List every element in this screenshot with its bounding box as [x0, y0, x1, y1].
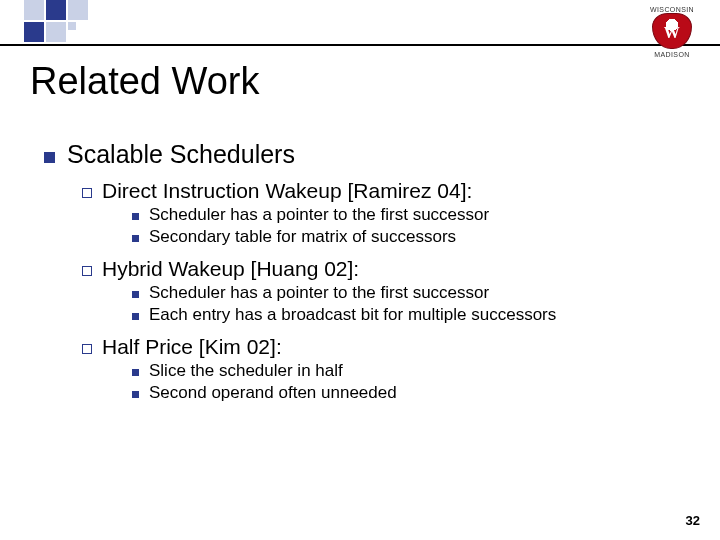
slide-title: Related Work [30, 60, 260, 103]
lvl2-text: Direct Instruction Wakeup [Ramirez 04]: [102, 179, 472, 203]
open-square-bullet-icon [82, 344, 92, 354]
lvl3-text: Secondary table for matrix of successors [149, 227, 456, 247]
lvl3-text: Second operand often unneeded [149, 383, 397, 403]
list-item: Each entry has a broadcast bit for multi… [132, 305, 690, 325]
list-item: Second operand often unneeded [132, 383, 690, 403]
list-item: Direct Instruction Wakeup [Ramirez 04]: [82, 179, 690, 203]
small-square-bullet-icon [132, 213, 139, 220]
small-square-bullet-icon [132, 313, 139, 320]
open-square-bullet-icon [82, 188, 92, 198]
list-item: Scheduler has a pointer to the first suc… [132, 205, 690, 225]
logo-top-text: WISCONSIN [638, 6, 706, 13]
open-square-bullet-icon [82, 266, 92, 276]
filled-square-bullet-icon [44, 152, 55, 163]
lvl3-text: Scheduler has a pointer to the first suc… [149, 205, 489, 225]
slide-content: Scalable Schedulers Direct Instruction W… [44, 140, 690, 413]
lvl3-text: Each entry has a broadcast bit for multi… [149, 305, 556, 325]
list-item: Hybrid Wakeup [Huang 02]: [82, 257, 690, 281]
lvl2-text: Half Price [Kim 02]: [102, 335, 282, 359]
university-logo: WISCONSIN MADISON [638, 6, 706, 58]
small-square-bullet-icon [132, 369, 139, 376]
lvl1-text: Scalable Schedulers [67, 140, 295, 169]
section-half-price: Half Price [Kim 02]: Slice the scheduler… [44, 335, 690, 403]
section-direct: Direct Instruction Wakeup [Ramirez 04]: … [44, 179, 690, 247]
list-item: Slice the scheduler in half [132, 361, 690, 381]
page-number: 32 [686, 513, 700, 528]
list-item: Scheduler has a pointer to the first suc… [132, 283, 690, 303]
lvl3-text: Scheduler has a pointer to the first suc… [149, 283, 489, 303]
lvl2-text: Hybrid Wakeup [Huang 02]: [102, 257, 359, 281]
crest-icon [652, 13, 692, 49]
small-square-bullet-icon [132, 391, 139, 398]
lvl3-text: Slice the scheduler in half [149, 361, 343, 381]
list-item: Secondary table for matrix of successors [132, 227, 690, 247]
small-square-bullet-icon [132, 291, 139, 298]
small-square-bullet-icon [132, 235, 139, 242]
list-item: Half Price [Kim 02]: [82, 335, 690, 359]
slide-decoration [0, 0, 720, 46]
list-item: Scalable Schedulers [44, 140, 690, 169]
logo-bottom-text: MADISON [638, 51, 706, 58]
section-hybrid: Hybrid Wakeup [Huang 02]: Scheduler has … [44, 257, 690, 325]
